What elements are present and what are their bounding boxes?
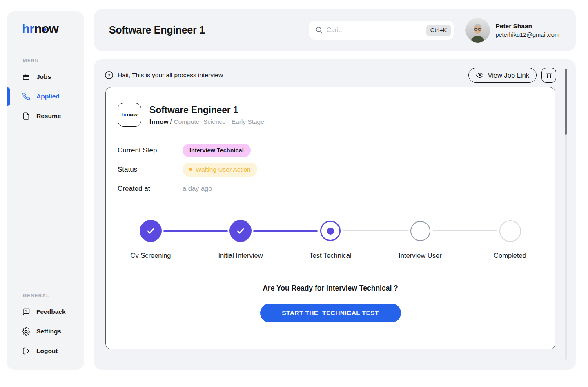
trash-icon bbox=[545, 72, 553, 79]
logo-dot bbox=[131, 114, 132, 116]
sidebar-item-logout[interactable]: Logout bbox=[7, 341, 84, 361]
step-circle bbox=[499, 220, 521, 242]
step-label: Initial Interview bbox=[196, 252, 285, 259]
step-label: Interview User bbox=[375, 252, 465, 259]
job-subtitle: hrnow / Computer Science - Early Stage bbox=[149, 118, 264, 125]
menu-section-label: MENU bbox=[23, 58, 84, 63]
company-name: hrnow bbox=[149, 118, 169, 125]
subtitle-separator: / bbox=[170, 118, 172, 125]
company-logo: hrnow bbox=[118, 103, 141, 127]
general-nav: ? Feedback Settings Logout bbox=[7, 302, 84, 361]
current-step-row: Current Step Interview Technical bbox=[118, 141, 555, 160]
svg-text:?: ? bbox=[25, 309, 27, 313]
job-heading: Software Engineer 1 hrnow / Computer Sci… bbox=[149, 105, 264, 125]
stepper-step-completed: Completed bbox=[465, 219, 555, 259]
step-circle bbox=[229, 220, 252, 242]
stepper-step-interview-user: Interview User bbox=[375, 219, 465, 259]
stepper-step-test-technical: Test Technical bbox=[285, 219, 375, 259]
briefcase-icon bbox=[22, 73, 30, 81]
svg-text:?: ? bbox=[108, 73, 111, 78]
job-process-card: hrnow Software Engineer 1 hrnow / Comput… bbox=[105, 87, 555, 349]
gear-icon bbox=[22, 327, 30, 336]
document-icon bbox=[22, 112, 30, 120]
view-job-link-button[interactable]: View Job Link bbox=[468, 68, 537, 83]
step-circle bbox=[320, 221, 341, 241]
feedback-icon: ? bbox=[22, 308, 30, 316]
search-shortcut-badge: Ctrl+K bbox=[426, 25, 451, 36]
sidebar-bottom: GENERAL ? Feedback Settings Logout bbox=[7, 293, 84, 361]
status-label: Status bbox=[118, 166, 183, 174]
page-title: Software Engineer 1 bbox=[109, 24, 205, 36]
search-icon bbox=[315, 26, 323, 34]
header: Software Engineer 1 Ctrl+K bbox=[94, 9, 576, 51]
created-at-value: a day ago bbox=[183, 185, 212, 192]
stepper-step-initial-interview: Initial Interview bbox=[196, 219, 285, 259]
scrollbar-thumb[interactable] bbox=[565, 69, 567, 135]
status-dot bbox=[189, 168, 192, 171]
sidebar-item-feedback[interactable]: ? Feedback bbox=[7, 302, 84, 322]
sidebar-item-resume[interactable]: Resume bbox=[7, 106, 84, 126]
top-actions: View Job Link bbox=[468, 68, 556, 83]
process-stepper: Cv Screening Initial Interview Tes bbox=[106, 219, 555, 259]
status-row: Status Waiting User Action bbox=[118, 160, 555, 179]
job-info: Current Step Interview Technical Status … bbox=[118, 141, 555, 198]
step-circle bbox=[140, 220, 162, 242]
status-badge: Waiting User Action bbox=[183, 163, 257, 177]
delete-button[interactable] bbox=[541, 68, 556, 83]
step-circle bbox=[410, 221, 430, 241]
created-at-row: Created at a day ago bbox=[118, 179, 555, 198]
sidebar-item-settings[interactable]: Settings bbox=[7, 322, 84, 341]
ready-question: Are You Ready for Interview Technical ? bbox=[106, 284, 555, 293]
user-email: peterhiku12@gmail.com bbox=[495, 31, 559, 38]
greeting: ? Haii, This is your all process intervi… bbox=[105, 71, 223, 80]
start-technical-test-button[interactable]: START THE TECHNICAL TEST bbox=[260, 304, 401, 322]
main-top-bar: ? Haii, This is your all process intervi… bbox=[105, 67, 556, 83]
step-label: Completed bbox=[465, 252, 555, 259]
general-section-label: GENERAL bbox=[23, 293, 84, 298]
job-category: Computer Science - Early Stage bbox=[174, 118, 264, 125]
card-header: hrnow Software Engineer 1 hrnow / Comput… bbox=[118, 103, 555, 127]
sidebar-item-jobs[interactable]: Jobs bbox=[7, 67, 84, 87]
logo-dot bbox=[44, 28, 47, 31]
step-label: Cv Screening bbox=[106, 252, 196, 259]
hrnow-logo: hrnow bbox=[7, 11, 84, 35]
current-step-badge: Interview Technical bbox=[183, 144, 251, 157]
user-name: Peter Shaan bbox=[495, 22, 559, 30]
logout-icon bbox=[22, 347, 30, 355]
stepper-step-cv-screening: Cv Screening bbox=[106, 219, 196, 259]
current-step-dot bbox=[327, 228, 334, 235]
created-at-label: Created at bbox=[118, 185, 183, 193]
greeting-text: Haii, This is your all process interview bbox=[118, 72, 223, 79]
search-box[interactable]: Ctrl+K bbox=[309, 21, 454, 40]
job-title: Software Engineer 1 bbox=[149, 105, 264, 116]
user-profile[interactable]: Peter Shaan peterhiku12@gmail.com bbox=[466, 18, 559, 43]
phone-icon bbox=[22, 92, 30, 101]
sidebar: hrnow MENU Jobs Applied Resume GENERAL bbox=[7, 11, 84, 370]
menu-nav: Jobs Applied Resume bbox=[7, 67, 84, 126]
eye-icon bbox=[476, 71, 484, 79]
sidebar-item-applied[interactable]: Applied bbox=[7, 87, 84, 106]
user-info: Peter Shaan peterhiku12@gmail.com bbox=[495, 22, 559, 38]
question-circle-icon: ? bbox=[105, 71, 114, 80]
step-label: Test Technical bbox=[285, 252, 375, 259]
scrollbar-track[interactable] bbox=[565, 69, 567, 360]
current-step-label: Current Step bbox=[118, 146, 183, 154]
avatar bbox=[466, 18, 490, 43]
search-input[interactable] bbox=[323, 27, 426, 34]
main-panel: ? Haii, This is your all process intervi… bbox=[94, 59, 576, 370]
